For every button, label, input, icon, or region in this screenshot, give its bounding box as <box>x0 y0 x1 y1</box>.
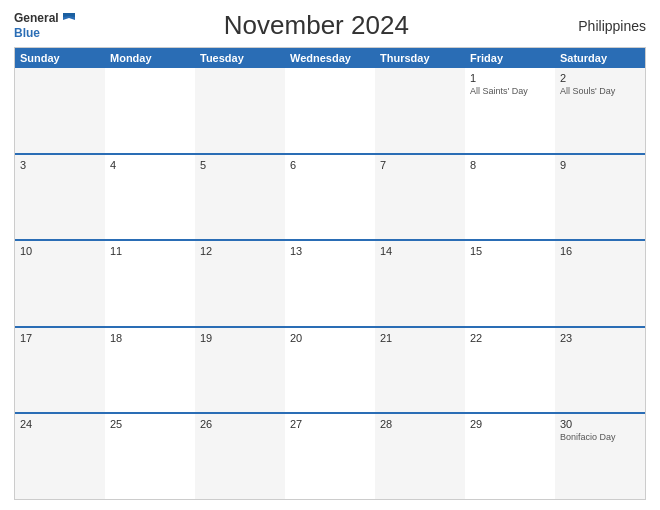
day-cell-nov-22: 22 <box>465 328 555 413</box>
day-cell-nov-14: 14 <box>375 241 465 326</box>
day-cell-nov-10: 10 <box>15 241 105 326</box>
day-cell-nov-4: 4 <box>105 155 195 240</box>
day-cell-nov-8: 8 <box>465 155 555 240</box>
header-tuesday: Tuesday <box>195 48 285 68</box>
header-thursday: Thursday <box>375 48 465 68</box>
day-cell-nov-21: 21 <box>375 328 465 413</box>
day-cell-nov-28: 28 <box>375 414 465 499</box>
day-cell-nov-13: 13 <box>285 241 375 326</box>
logo: General Blue <box>14 11 77 40</box>
day-cell-nov-15: 15 <box>465 241 555 326</box>
day-cell-nov-23: 23 <box>555 328 645 413</box>
day-cell-nov-25: 25 <box>105 414 195 499</box>
day-cell-nov-6: 6 <box>285 155 375 240</box>
day-cell-empty-2 <box>105 68 195 153</box>
header-wednesday: Wednesday <box>285 48 375 68</box>
day-cell-nov-18: 18 <box>105 328 195 413</box>
calendar-grid: Sunday Monday Tuesday Wednesday Thursday… <box>14 47 646 500</box>
day-cell-nov-20: 20 <box>285 328 375 413</box>
week-row-5: 24 25 26 27 28 29 30 B <box>15 412 645 499</box>
logo-blue-text: Blue <box>14 27 77 40</box>
day-cell-nov-30: 30 Bonifacio Day <box>555 414 645 499</box>
day-cell-nov-26: 26 <box>195 414 285 499</box>
day-cell-empty-1 <box>15 68 105 153</box>
day-cell-nov-12: 12 <box>195 241 285 326</box>
day-cell-empty-5 <box>375 68 465 153</box>
week-row-4: 17 18 19 20 21 22 23 <box>15 326 645 413</box>
week-row-1: 1 All Saints' Day 2 All Souls' Day <box>15 68 645 153</box>
calendar-title: November 2024 <box>77 10 556 41</box>
day-cell-nov-2: 2 All Souls' Day <box>555 68 645 153</box>
country-label: Philippines <box>556 18 646 34</box>
day-cell-nov-16: 16 <box>555 241 645 326</box>
header-saturday: Saturday <box>555 48 645 68</box>
day-cell-nov-3: 3 <box>15 155 105 240</box>
day-cell-nov-27: 27 <box>285 414 375 499</box>
header: General Blue November 2024 Philippines <box>14 10 646 41</box>
day-headers-row: Sunday Monday Tuesday Wednesday Thursday… <box>15 48 645 68</box>
day-cell-nov-11: 11 <box>105 241 195 326</box>
weeks-container: 1 All Saints' Day 2 All Souls' Day 3 4 5 <box>15 68 645 499</box>
day-cell-empty-3 <box>195 68 285 153</box>
day-cell-nov-1: 1 All Saints' Day <box>465 68 555 153</box>
day-cell-nov-7: 7 <box>375 155 465 240</box>
page: General Blue November 2024 Philippines S… <box>0 0 660 510</box>
header-friday: Friday <box>465 48 555 68</box>
day-cell-nov-24: 24 <box>15 414 105 499</box>
header-sunday: Sunday <box>15 48 105 68</box>
day-cell-nov-9: 9 <box>555 155 645 240</box>
header-monday: Monday <box>105 48 195 68</box>
week-row-3: 10 11 12 13 14 15 16 <box>15 239 645 326</box>
day-cell-nov-5: 5 <box>195 155 285 240</box>
day-cell-empty-4 <box>285 68 375 153</box>
logo-general-text: General <box>14 12 59 25</box>
week-row-2: 3 4 5 6 7 8 9 <box>15 153 645 240</box>
day-cell-nov-29: 29 <box>465 414 555 499</box>
day-cell-nov-17: 17 <box>15 328 105 413</box>
logo-flag-icon <box>61 11 77 27</box>
day-cell-nov-19: 19 <box>195 328 285 413</box>
